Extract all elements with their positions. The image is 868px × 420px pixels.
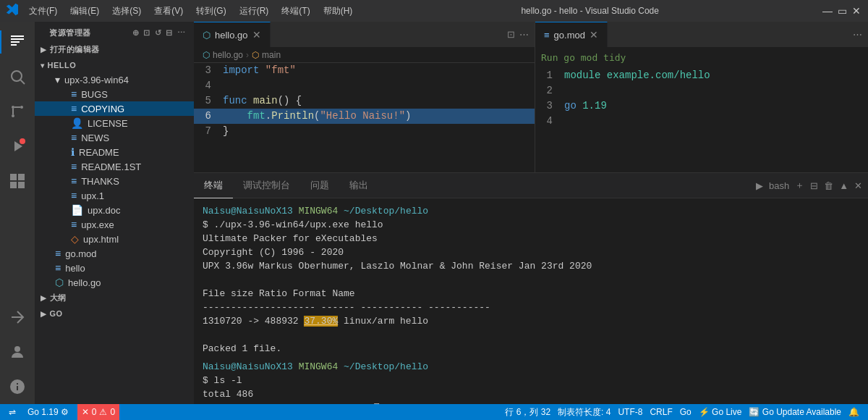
code-line-5: 5 func main() { bbox=[194, 93, 535, 109]
open-editors-group[interactable]: ▶ 打开的编辑器 bbox=[35, 41, 194, 58]
sidebar-item-upxdoc[interactable]: 📄 upx.doc bbox=[35, 203, 194, 217]
terminal-tab-problems[interactable]: 问题 bbox=[300, 173, 339, 198]
term-line bbox=[203, 328, 859, 342]
upx-folder-label: upx-3.96-win64 bbox=[64, 75, 129, 85]
sidebar-item-label: README.1ST bbox=[81, 161, 141, 172]
minimize-button[interactable]: — bbox=[822, 5, 833, 17]
go-version-status[interactable]: Go 1.19 ⚙ bbox=[25, 404, 72, 420]
sidebar-item-readme1st[interactable]: ≡ README.1ST bbox=[35, 159, 194, 174]
terminal-output-2: total 486 -rw-r--r-- 1 Naisu 197609 34 9… bbox=[203, 387, 859, 404]
bell-status[interactable]: 🔔 bbox=[846, 404, 862, 420]
encoding-status[interactable]: UTF-8 bbox=[615, 404, 645, 420]
line-num: 6 bbox=[194, 109, 223, 124]
tab-gomod[interactable]: ≡ go.mod ✕ bbox=[535, 22, 608, 47]
refresh-icon[interactable]: ↺ bbox=[155, 28, 162, 38]
menu-edit[interactable]: 编辑(E) bbox=[64, 4, 105, 19]
activity-remote[interactable] bbox=[0, 300, 35, 335]
sidebar-item-upx1[interactable]: ≡ upx.1 bbox=[35, 188, 194, 203]
hello-group-label: HELLO bbox=[48, 61, 77, 70]
new-folder-icon[interactable]: ⊡ bbox=[143, 28, 150, 38]
menu-help[interactable]: 帮助(H) bbox=[318, 4, 359, 19]
tab-label: go.mod bbox=[554, 30, 585, 41]
tab-actions-left[interactable]: ⊡ ⋯ bbox=[501, 29, 535, 40]
terminal-content[interactable]: Naisu@NaisuNoX13 MINGW64 ~/Desktop/hello… bbox=[194, 198, 868, 404]
terminal-trash-icon[interactable]: 🗑 bbox=[824, 180, 833, 191]
activity-run[interactable] bbox=[0, 129, 35, 164]
code-editor-right[interactable]: Run go mod tidy 1 module example.com/hel… bbox=[535, 47, 868, 172]
tab-hellogo[interactable]: ⬡ hello.go ✕ bbox=[194, 22, 271, 47]
more-right-icon[interactable]: ⋯ bbox=[853, 29, 862, 40]
sidebar-item-thanks[interactable]: ≡ THANKS bbox=[35, 174, 194, 188]
menu-goto[interactable]: 转到(G) bbox=[190, 4, 231, 19]
svg-point-4 bbox=[12, 106, 14, 109]
maximize-button[interactable]: ▭ bbox=[836, 5, 848, 17]
sidebar-item-upxhtml[interactable]: ◇ upx.html bbox=[35, 232, 194, 246]
menu-terminal[interactable]: 终端(T) bbox=[276, 4, 315, 19]
code-editor-left[interactable]: 3 import "fmt" 4 5 func main() { 6 fmt.P… bbox=[194, 63, 535, 172]
hello-group-header[interactable]: ▾ HELLO bbox=[35, 58, 194, 72]
menu-run[interactable]: 运行(R) bbox=[234, 4, 275, 19]
terminal-tab-debug[interactable]: 调试控制台 bbox=[233, 173, 300, 198]
line-num: 3 bbox=[194, 63, 223, 78]
sidebar-item-upxexe[interactable]: ≡ upx.exe bbox=[35, 217, 194, 232]
sidebar-item-label: NEWS bbox=[81, 133, 109, 143]
tab-actions-right[interactable]: ⋯ bbox=[847, 29, 868, 40]
line-content: module example.com/hello bbox=[564, 68, 868, 83]
terminal-tab-terminal[interactable]: 终端 bbox=[194, 173, 233, 198]
sidebar-item-license[interactable]: 👤 LICENSE bbox=[35, 116, 194, 130]
terminal-split-icon[interactable]: ⊟ bbox=[810, 180, 818, 191]
activity-settings[interactable] bbox=[0, 369, 35, 404]
tab-label: hello.go bbox=[215, 30, 248, 41]
golive-status[interactable]: ⚡ Go Live bbox=[696, 404, 745, 420]
line-ending-status[interactable]: CRLF bbox=[647, 404, 675, 420]
new-file-icon[interactable]: ⊕ bbox=[132, 28, 140, 38]
collapse-all-icon[interactable]: ⊟ bbox=[166, 28, 173, 38]
more-icon[interactable]: ⋯ bbox=[519, 29, 529, 40]
sidebar-item-readme[interactable]: ℹ README bbox=[35, 145, 194, 159]
upx-folder[interactable]: ▾ upx-3.96-win64 bbox=[35, 72, 194, 87]
activity-explorer[interactable] bbox=[0, 25, 35, 59]
editors-container: ⬡ hello.go ✕ ⊡ ⋯ ⬡ hello.go › ⬡ main bbox=[194, 22, 868, 172]
terminal-close-icon[interactable]: ✕ bbox=[854, 180, 862, 191]
file-icon: 👤 bbox=[71, 117, 83, 129]
tab-close-gomod-icon[interactable]: ✕ bbox=[590, 29, 598, 41]
indent-label: 制表符长度: 4 bbox=[558, 406, 610, 419]
language-status[interactable]: Go bbox=[677, 404, 694, 420]
update-status[interactable]: 🔄 Go Update Available bbox=[746, 404, 844, 420]
activity-source-control[interactable] bbox=[0, 94, 35, 129]
indent-status[interactable]: 制表符长度: 4 bbox=[555, 404, 613, 420]
remote-status[interactable]: ⇌ bbox=[6, 404, 19, 420]
activity-extensions[interactable] bbox=[0, 164, 35, 198]
term-line bbox=[203, 273, 859, 287]
sidebar-item-copying[interactable]: ≡ COPYING bbox=[35, 101, 194, 116]
sidebar-item-hellogo[interactable]: ⬡ hello.go bbox=[35, 275, 194, 290]
menu-bar[interactable]: 文件(F) 编辑(E) 选择(S) 查看(V) 转到(G) 运行(R) 终端(T… bbox=[23, 4, 358, 19]
terminal-maximize-icon[interactable]: ▲ bbox=[839, 180, 848, 191]
sidebar-item-news[interactable]: ≡ NEWS bbox=[35, 130, 194, 145]
split-editor-icon[interactable]: ⊡ bbox=[507, 29, 515, 40]
terminal-actions[interactable]: ▶ bash ＋ ⊟ 🗑 ▲ ✕ bbox=[750, 179, 868, 192]
more-actions-icon[interactable]: ⋯ bbox=[177, 28, 186, 38]
sidebar-item-hello[interactable]: ≡ hello bbox=[35, 261, 194, 275]
terminal-tab-output[interactable]: 输出 bbox=[339, 173, 378, 198]
activity-account[interactable] bbox=[0, 335, 35, 369]
window-controls[interactable]: — ▭ ✕ bbox=[822, 5, 862, 17]
errors-status[interactable]: ✕ 0 ⚠ 0 bbox=[77, 404, 119, 420]
go-group[interactable]: ▶ GO bbox=[35, 306, 194, 321]
sidebar-item-gomod[interactable]: ≡ go.mod bbox=[35, 246, 194, 261]
close-button[interactable]: ✕ bbox=[851, 5, 862, 17]
menu-view[interactable]: 查看(V) bbox=[148, 4, 189, 19]
svg-point-2 bbox=[12, 114, 14, 117]
sidebar-item-bugs[interactable]: ≡ BUGS bbox=[35, 87, 194, 101]
outline-group[interactable]: ▶ 大纲 bbox=[35, 290, 194, 306]
menu-select[interactable]: 选择(S) bbox=[106, 4, 147, 19]
menu-file[interactable]: 文件(F) bbox=[23, 4, 63, 19]
sidebar-header-icons[interactable]: ⊕ ⊡ ↺ ⊟ ⋯ bbox=[132, 28, 186, 38]
line-content: func main() { bbox=[223, 93, 535, 109]
sidebar-item-label: upx.html bbox=[83, 234, 119, 245]
terminal-command-1: $ ./upx-3.96-win64/upx.exe hello bbox=[203, 218, 859, 232]
activity-search[interactable] bbox=[0, 59, 35, 94]
line-col-status[interactable]: 行 6，列 32 bbox=[502, 404, 553, 420]
terminal-add-icon[interactable]: ＋ bbox=[795, 179, 804, 192]
tab-close-icon[interactable]: ✕ bbox=[252, 29, 261, 41]
